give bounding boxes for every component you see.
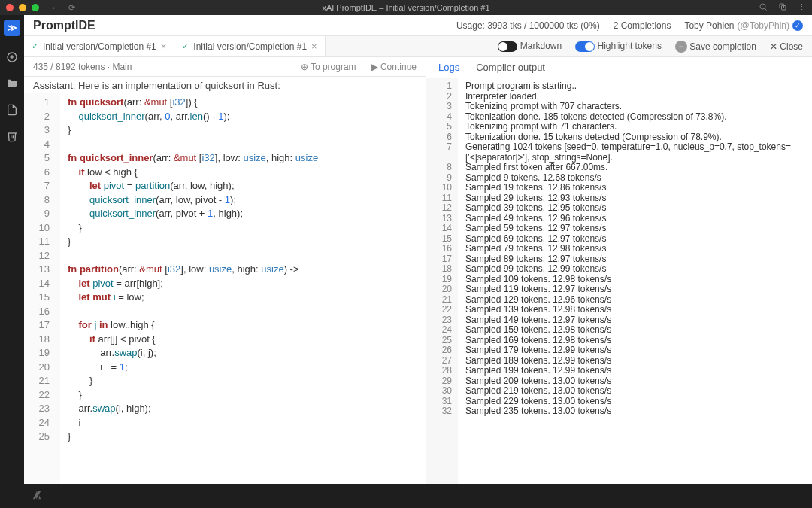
tab-label: Initial version/Completion #1 — [43, 41, 156, 52]
log-output[interactable]: 1234567891011121314151617181920212223242… — [426, 78, 812, 484]
back-icon[interactable]: ← — [51, 3, 59, 13]
svg-point-0 — [760, 4, 765, 9]
code-block[interactable]: 1234567891011121314151617181920212223242… — [24, 93, 426, 484]
app-name: PromptIDE — [33, 19, 95, 32]
window-title: xAI PromptIDE – Initial version/Completi… — [322, 3, 489, 12]
trash-icon[interactable] — [6, 130, 18, 144]
minimize-window-icon[interactable] — [19, 4, 26, 11]
completions-count[interactable]: 2 Completions — [614, 20, 671, 31]
bottom-bar — [24, 484, 812, 508]
copy-icon[interactable] — [778, 2, 787, 13]
close-button[interactable]: ✕ Close — [770, 41, 803, 52]
line-gutter: 1234567891011121314151617181920212223242… — [24, 93, 60, 484]
editor-status-bar: 435 / 8192 tokens · Main ⊕ To program ▶ … — [24, 57, 426, 77]
check-icon: ✓ — [182, 41, 189, 51]
highlight-toggle[interactable]: Highlight tokens — [575, 41, 662, 52]
log-gutter: 1234567891011121314151617181920212223242… — [426, 78, 458, 484]
tab-strip: ✓ Initial version/Completion #1 × ✓ Init… — [24, 36, 812, 57]
maximize-window-icon[interactable] — [32, 4, 39, 11]
close-icon[interactable]: × — [311, 41, 317, 52]
app-logo-icon[interactable]: ≫ — [4, 20, 20, 36]
user-chip[interactable]: Toby Pohlen (@TobyPhln) ✓ — [684, 20, 803, 31]
continue-button[interactable]: ▶ Continue — [371, 62, 417, 72]
log-body: Prompt program is starting..Interpreter … — [458, 78, 792, 484]
close-window-icon[interactable] — [6, 4, 14, 11]
svg-line-1 — [765, 8, 766, 10]
token-count: 435 / 8192 tokens · Main — [33, 62, 132, 72]
xai-logo-icon — [30, 488, 44, 504]
more-icon[interactable]: ⋮ — [798, 2, 806, 13]
close-icon[interactable]: × — [161, 41, 167, 52]
output-tabs: Logs Compiler output — [426, 57, 812, 78]
markdown-toggle[interactable]: Markdown — [498, 41, 562, 52]
tab-completion-1[interactable]: ✓ Initial version/Completion #1 × — [24, 36, 174, 56]
save-completion-button[interactable]: − Save completion — [675, 41, 756, 53]
to-program-button[interactable]: ⊕ To program — [301, 62, 356, 72]
output-panel: Logs Compiler output 1234567891011121314… — [426, 57, 812, 484]
window-controls — [6, 4, 39, 11]
code-body[interactable]: fn quicksort(arr: &mut [i32]) { quicksor… — [60, 93, 318, 484]
usage-text: Usage: 3993 tks / 1000000 tks (0%) — [456, 20, 600, 31]
folder-icon[interactable] — [6, 78, 18, 92]
tab-completion-2[interactable]: ✓ Initial version/Completion #1 × — [174, 36, 325, 56]
search-icon[interactable] — [759, 2, 768, 13]
left-rail: ≫ — [0, 15, 24, 508]
tab-logs[interactable]: Logs — [438, 62, 459, 73]
verified-icon: ✓ — [792, 20, 803, 31]
titlebar: ← ⟳ xAI PromptIDE – Initial version/Comp… — [0, 0, 812, 15]
tab-label: Initial version/Completion #1 — [193, 41, 307, 52]
editor-panel: 435 / 8192 tokens · Main ⊕ To program ▶ … — [24, 57, 426, 484]
file-icon[interactable] — [6, 104, 18, 118]
refresh-icon[interactable]: ⟳ — [68, 3, 75, 13]
plus-icon[interactable] — [6, 51, 18, 65]
user-name: Toby Pohlen — [684, 20, 734, 31]
tab-compiler-output[interactable]: Compiler output — [476, 62, 545, 73]
assistant-message: Assistant: Here is an implementation of … — [24, 77, 426, 93]
header: PromptIDE Usage: 3993 tks / 1000000 tks … — [24, 15, 812, 36]
check-icon: ✓ — [32, 41, 38, 51]
user-handle: (@TobyPhln) — [737, 20, 789, 31]
